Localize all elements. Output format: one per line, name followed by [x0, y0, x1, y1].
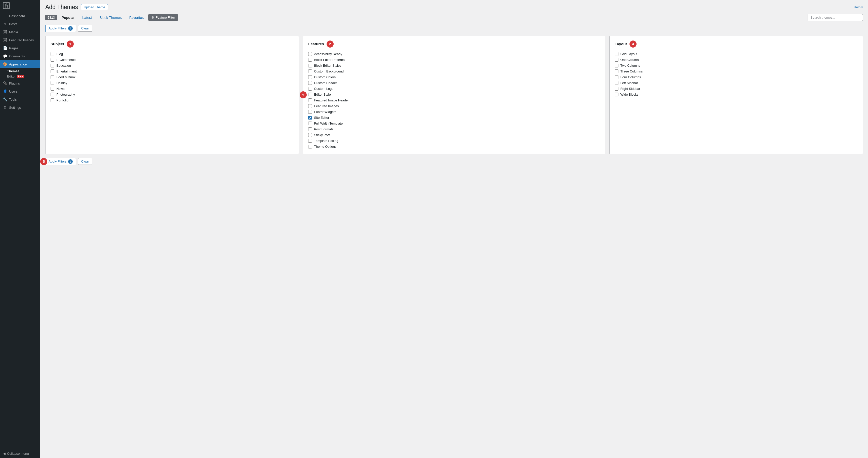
sidebar-item-featured-images[interactable]: 🖼 Featured Images [0, 36, 40, 44]
feature-full-width-checkbox[interactable] [308, 122, 312, 125]
subject-portfolio[interactable]: Portfolio [51, 97, 293, 103]
feature-full-width[interactable]: Full Width Template [308, 121, 600, 126]
feature-featured-images[interactable]: Featured Images [308, 103, 600, 109]
feature-custom-logo[interactable]: Custom Logo [308, 86, 600, 92]
plugins-icon: 🔌 [3, 81, 7, 85]
tab-latest[interactable]: Latest [79, 14, 95, 21]
sidebar-item-pages[interactable]: 📄 Pages [0, 44, 40, 52]
subject-news[interactable]: News [51, 86, 293, 92]
subject-education-checkbox[interactable] [51, 64, 54, 67]
feature-custom-header[interactable]: Custom Header [308, 80, 600, 86]
sidebar-item-plugins[interactable]: 🔌 Plugins [0, 79, 40, 87]
layout-panel: Layout 4 Grid Layout One Column Two Colu… [609, 36, 863, 154]
tab-feature-filter-button[interactable]: ⚙ Feature Filter [148, 14, 178, 21]
subject-ecommerce-checkbox[interactable] [51, 58, 54, 62]
feature-editor-style[interactable]: Editor Style [308, 92, 600, 97]
feature-editor-style-checkbox[interactable] [308, 93, 312, 96]
subject-entertainment-checkbox[interactable] [51, 69, 54, 73]
help-button[interactable]: Help ▾ [854, 5, 863, 9]
feature-post-formats-checkbox[interactable] [308, 127, 312, 131]
sidebar-item-comments[interactable]: 💬 Comments [0, 52, 40, 60]
layout-left-sidebar[interactable]: Left Sidebar [615, 80, 858, 86]
sidebar-item-appearance[interactable]: 🎨 Appearance [0, 60, 40, 68]
feature-featured-image-header-checkbox[interactable] [308, 98, 312, 102]
feature-custom-background[interactable]: Custom Background [308, 68, 600, 74]
upload-theme-button[interactable]: Upload Theme [81, 4, 108, 10]
sidebar-item-media[interactable]: 🖼 Media [0, 28, 40, 36]
subject-ecommerce[interactable]: E-Commerce [51, 57, 293, 63]
features-badge: 2 [327, 40, 334, 48]
feature-featured-image-header[interactable]: Featured Image Header [308, 97, 600, 103]
layout-four-columns[interactable]: Four Columns [615, 74, 858, 80]
layout-grid-checkbox[interactable] [615, 52, 618, 56]
subject-blog[interactable]: Blog [51, 51, 293, 57]
layout-two-columns-checkbox[interactable] [615, 64, 618, 67]
feature-custom-logo-checkbox[interactable] [308, 87, 312, 91]
apply-filters-top-button[interactable]: Apply Filters 1 [45, 25, 76, 32]
layout-four-columns-checkbox[interactable] [615, 75, 618, 79]
feature-site-editor-checkbox[interactable] [308, 116, 312, 120]
feature-template-editing-checkbox[interactable] [308, 139, 312, 143]
feature-accessibility[interactable]: Accessibility Ready [308, 51, 600, 57]
subject-entertainment[interactable]: Entertainment [51, 68, 293, 74]
layout-wide-blocks[interactable]: Wide Blocks [615, 92, 858, 97]
feature-block-editor-patterns-checkbox[interactable] [308, 58, 312, 62]
clear-top-button[interactable]: Clear [78, 25, 92, 32]
layout-one-column[interactable]: One Column [615, 57, 858, 63]
sidebar-item-dashboard[interactable]: ⊞ Dashboard [0, 12, 40, 20]
feature-accessibility-checkbox[interactable] [308, 52, 312, 56]
tab-block-themes[interactable]: Block Themes [96, 14, 125, 21]
layout-one-column-checkbox[interactable] [615, 58, 618, 62]
layout-right-sidebar-checkbox[interactable] [615, 87, 618, 91]
feature-featured-images-checkbox[interactable] [308, 104, 312, 108]
sidebar-item-tools[interactable]: 🔧 Tools [0, 95, 40, 103]
sidebar-item-settings[interactable]: ⚙ Settings [0, 103, 40, 112]
layout-three-columns-checkbox[interactable] [615, 69, 618, 73]
feature-theme-options-checkbox[interactable] [308, 145, 312, 149]
subject-photography[interactable]: Photography [51, 92, 293, 97]
clear-bottom-button[interactable]: Clear [78, 158, 92, 165]
layout-right-sidebar[interactable]: Right Sidebar [615, 86, 858, 92]
layout-grid[interactable]: Grid Layout [615, 51, 858, 57]
tab-popular[interactable]: Popular [59, 14, 78, 21]
filter-actions-top: Apply Filters 1 Clear [45, 25, 863, 32]
subject-holiday[interactable]: Holiday [51, 80, 293, 86]
tab-favorites[interactable]: Favorites [126, 14, 147, 21]
feature-sticky-post-checkbox[interactable] [308, 133, 312, 137]
apply-filters-bottom-button[interactable]: Apply Filters 1 [45, 158, 76, 165]
feature-block-editor-patterns[interactable]: Block Editor Patterns [308, 57, 600, 63]
subject-food-drink[interactable]: Food & Drink [51, 74, 293, 80]
feature-block-editor-styles-checkbox[interactable] [308, 64, 312, 67]
feature-custom-colors[interactable]: Custom Colors [308, 74, 600, 80]
features-checkboxes: Accessibility Ready Block Editor Pattern… [308, 51, 600, 150]
sidebar-item-editor[interactable]: Editor beta [0, 73, 40, 79]
feature-site-editor[interactable]: Site Editor [308, 115, 600, 121]
layout-wide-blocks-checkbox[interactable] [615, 93, 618, 96]
layout-badge: 4 [629, 40, 637, 48]
sidebar-item-users[interactable]: 👤 Users [0, 87, 40, 95]
subject-blog-checkbox[interactable] [51, 52, 54, 56]
feature-custom-header-checkbox[interactable] [308, 81, 312, 85]
feature-theme-options[interactable]: Theme Options [308, 144, 600, 150]
search-themes-input[interactable] [808, 14, 863, 21]
feature-footer-widgets[interactable]: Footer Widgets [308, 109, 600, 115]
feature-custom-colors-checkbox[interactable] [308, 75, 312, 79]
subject-news-checkbox[interactable] [51, 87, 54, 91]
subject-photography-checkbox[interactable] [51, 93, 54, 96]
layout-two-columns[interactable]: Two Columns [615, 63, 858, 68]
layout-three-columns[interactable]: Three Columns [615, 68, 858, 74]
subject-holiday-checkbox[interactable] [51, 81, 54, 85]
feature-sticky-post[interactable]: Sticky Post [308, 132, 600, 138]
subject-portfolio-checkbox[interactable] [51, 98, 54, 102]
feature-post-formats[interactable]: Post Formats [308, 126, 600, 132]
annotation-badge-5: 5 [40, 158, 47, 165]
subject-education[interactable]: Education [51, 63, 293, 68]
feature-block-editor-styles[interactable]: Block Editor Styles [308, 63, 600, 68]
layout-left-sidebar-checkbox[interactable] [615, 81, 618, 85]
collapse-menu-button[interactable]: ◀ Collapse menu [0, 449, 40, 458]
sidebar-item-posts[interactable]: ✎ Posts [0, 20, 40, 28]
feature-custom-background-checkbox[interactable] [308, 69, 312, 73]
feature-footer-widgets-checkbox[interactable] [308, 110, 312, 114]
feature-template-editing[interactable]: Template Editing [308, 138, 600, 144]
subject-food-drink-checkbox[interactable] [51, 75, 54, 79]
